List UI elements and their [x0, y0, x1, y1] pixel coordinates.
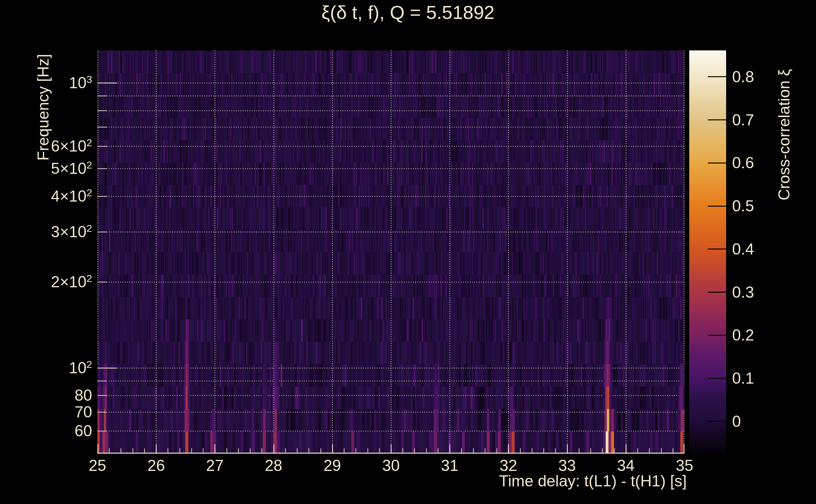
- x-tick-label: 32: [500, 458, 517, 473]
- x-tick-label: 26: [147, 458, 165, 473]
- x-tick-label: 28: [265, 458, 283, 473]
- y-tick-label: 6×102: [0, 138, 92, 154]
- x-tick-label: 35: [676, 458, 693, 473]
- colorbar-tick-label: 0.7: [732, 112, 754, 128]
- x-tick-label: 27: [206, 458, 224, 473]
- y-tick-label: 4×102: [0, 188, 92, 204]
- colorbar-tick-label: 0: [732, 414, 741, 429]
- colorbar-tick: [708, 421, 726, 422]
- y-tick-label: 70: [0, 404, 92, 420]
- colorbar-tick: [708, 206, 726, 207]
- y-tick-label: 60: [0, 423, 92, 439]
- y-tick-label: 2×102: [0, 274, 92, 290]
- y-tick-label: 3×102: [0, 224, 92, 240]
- colorbar-tick: [708, 292, 726, 293]
- colorbar-tick: [708, 335, 726, 336]
- colorbar-gradient: [689, 50, 726, 454]
- x-tick-label: 30: [382, 458, 400, 473]
- colorbar-tick: [708, 119, 726, 120]
- x-tick-label: 33: [558, 458, 576, 473]
- y-tick-label: 5×102: [0, 161, 92, 176]
- colorbar-tick-label: 0.1: [732, 370, 754, 386]
- y-tick-label: 102: [0, 360, 92, 376]
- colorbar-tick-label: 0.4: [732, 241, 754, 257]
- colorbar-tick-label: 0.6: [732, 155, 754, 171]
- chart-title: ξ(δ t, f), Q = 5.51892: [322, 3, 495, 22]
- colorbar-tick: [708, 249, 726, 249]
- colorbar-tick-label: 0.8: [732, 69, 754, 85]
- colorbar-tick: [708, 76, 726, 77]
- x-tick-label: 29: [324, 458, 341, 473]
- colorbar-tick: [708, 378, 726, 379]
- x-tick-label: 34: [617, 458, 635, 473]
- colorbar-tick: [708, 163, 726, 163]
- colorbar-tick-label: 0.5: [732, 198, 754, 214]
- x-tick-label: 31: [441, 458, 458, 473]
- y-tick-label: 103: [0, 75, 92, 91]
- heatmap-canvas: [97, 50, 685, 454]
- colorbar-title: Cross-correlation ξ: [776, 69, 792, 200]
- colorbar-tick-label: 0.3: [732, 284, 754, 300]
- colorbar-tick-label: 0.2: [732, 327, 754, 343]
- x-axis-title: Time delay: t(L1) - t(H1) [s]: [499, 473, 687, 489]
- spectrogram-page: ξ(δ t, f), Q = 5.51892 Frequency [Hz] Ti…: [0, 0, 816, 504]
- y-tick-label: 80: [0, 387, 92, 403]
- x-tick-label: 25: [89, 458, 106, 473]
